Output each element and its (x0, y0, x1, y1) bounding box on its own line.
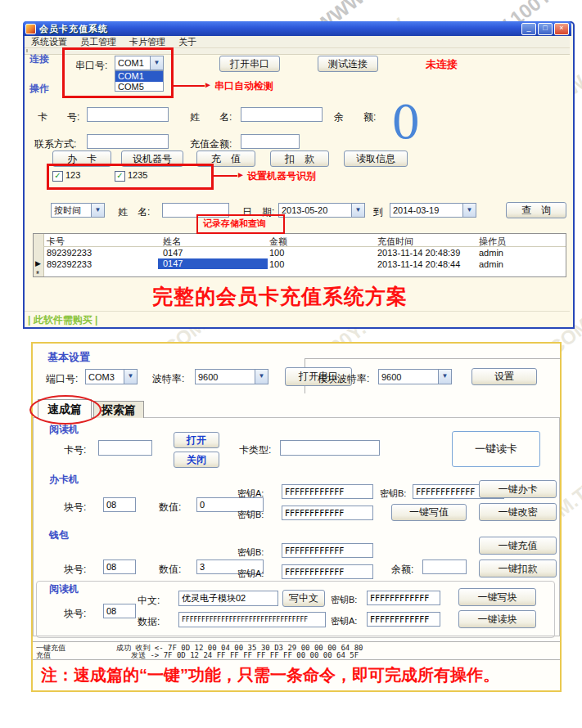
reader1-card-input[interactable] (98, 440, 152, 456)
chinese-input[interactable] (178, 591, 278, 606)
com-port-combobox[interactable]: COM1 ▼ (115, 56, 164, 70)
wallet-balance-input[interactable] (422, 559, 467, 574)
chinese-label: 中文: (138, 594, 160, 608)
port-combobox[interactable]: COM3 ▼ (85, 369, 138, 384)
query-button[interactable]: 查 询 (506, 202, 566, 218)
menu-card-management[interactable]: 卡片管理 (129, 36, 165, 48)
com-option-com5[interactable]: COM5 (115, 82, 163, 92)
one-key-write-value-button[interactable]: 一键写值 (391, 504, 467, 521)
reader2-block-input[interactable] (103, 604, 136, 618)
maker-keya-label: 密钥A: (237, 488, 264, 500)
reader2-keyb-label: 密钥B: (331, 594, 357, 606)
machine-checkbox-1235[interactable]: ✓ (115, 171, 125, 182)
date-to-label: 到 (373, 205, 383, 219)
maker-block-input[interactable] (103, 497, 136, 512)
one-key-write-block-button[interactable]: 一键写块 (458, 588, 536, 606)
card-type-input[interactable] (280, 440, 380, 456)
records-table[interactable]: 卡号 姓名 金额 充值时间 操作员 892392233 0147 100 201… (33, 233, 566, 277)
machine-checkbox-1235-label: 1235 (128, 170, 147, 180)
reader2-keyb-input[interactable] (367, 591, 440, 605)
query-mode-combobox[interactable]: 按时间 ▼ (51, 203, 105, 218)
data-label: 数据: (138, 615, 160, 629)
amount-input[interactable] (241, 134, 300, 149)
reader2-keya-label: 密钥A: (331, 615, 357, 627)
wallet-block-input[interactable] (103, 559, 136, 574)
one-key-recharge-button[interactable]: 一键充值 (479, 537, 557, 555)
selected-cell[interactable]: 0147 (158, 258, 268, 269)
menu-about[interactable]: 关于 (178, 36, 196, 48)
table-row[interactable]: 892392233 (47, 248, 92, 258)
tab-quick[interactable]: 速成篇 (38, 399, 92, 418)
name-input[interactable] (241, 107, 323, 122)
wallet-keya-input[interactable] (282, 564, 373, 579)
status-buy-note: | 此软件需购买 | (28, 313, 97, 327)
table-cell[interactable]: 0147 (163, 248, 183, 258)
date-from-picker[interactable]: 2013-05-20 ▼ (278, 203, 365, 218)
bottom-red-note: 注：速成篇的“一键”功能，只需一条命令，即可完成所有操作。 (41, 664, 499, 686)
annotation-machine-id: 设置机器号识别 (247, 169, 316, 183)
open-serial-button[interactable]: 打开串口 (219, 56, 280, 72)
red-headline: 完整的会员卡充值系统方案 (152, 283, 408, 310)
one-key-read-card-button[interactable]: 一键读卡 (452, 431, 540, 467)
reader2-title: 阅读机 (49, 582, 79, 596)
chevron-down-icon[interactable]: ▼ (150, 56, 163, 70)
table-cell[interactable]: 100 (269, 259, 284, 269)
maker-keyb2-label: 密钥B: (237, 509, 264, 521)
annotation-arrow-line (172, 85, 205, 87)
chevron-down-icon[interactable]: ▼ (255, 370, 268, 384)
test-connection-button[interactable]: 测试连接 (318, 56, 378, 72)
menu-staff-management[interactable]: 员工管理 (80, 36, 116, 48)
contact-input[interactable] (87, 134, 169, 149)
chevron-down-icon[interactable]: ▼ (351, 204, 364, 217)
module-baud-label: 模块波特率: (318, 372, 369, 386)
maker-keyb2-input[interactable] (282, 506, 373, 520)
read-info-button[interactable]: 读取信息 (344, 151, 408, 167)
data-input[interactable] (178, 612, 326, 627)
close-button-reader[interactable]: 关闭 (174, 452, 219, 468)
menu-system-settings[interactable]: 系统设置 (31, 36, 67, 48)
maximize-button[interactable]: □ (538, 23, 553, 35)
arrow-right-icon: ► (204, 80, 212, 89)
maker-keya-input[interactable] (282, 484, 373, 499)
minimize-button[interactable]: _ (521, 23, 536, 35)
one-key-read-block-button[interactable]: 一键读块 (458, 610, 536, 628)
one-key-make-card-button[interactable]: 一键办卡 (479, 480, 557, 498)
reader2-block-label: 块号: (64, 607, 86, 621)
open-button[interactable]: 打开 (174, 432, 219, 448)
reader2-keya-input[interactable] (367, 612, 440, 627)
chevron-down-icon[interactable]: ▼ (438, 370, 451, 384)
wallet-title: 钱包 (49, 528, 69, 542)
tab-explore[interactable]: 探索篇 (93, 401, 144, 418)
table-cell[interactable]: admin (479, 248, 503, 258)
date-to-picker[interactable]: 2014-03-19 ▼ (390, 203, 476, 218)
window-titlebar[interactable]: 会员卡充值系统 _ □ × (23, 21, 571, 36)
write-chinese-button[interactable]: 写中文 (282, 590, 325, 607)
table-cell[interactable]: 100 (269, 248, 284, 258)
com-option-com1[interactable]: COM1 (115, 71, 163, 82)
baud-combobox[interactable]: 9600 ▼ (195, 369, 268, 384)
wallet-keyb-input[interactable] (282, 543, 373, 558)
baud-value: 9600 (196, 372, 255, 382)
table-cell[interactable]: 2013-11-14 20:48:44 (377, 259, 460, 269)
make-card-button[interactable]: 办 卡 (52, 151, 111, 167)
machine-checkbox-123[interactable]: ✓ (52, 171, 63, 182)
chevron-down-icon[interactable]: ▼ (91, 204, 104, 217)
card-no-input[interactable] (87, 107, 169, 122)
reader1-title: 阅读机 (49, 423, 79, 437)
close-button[interactable]: × (554, 23, 569, 35)
query-name-input[interactable] (162, 203, 229, 218)
log-label-2: 充值 (36, 650, 51, 661)
recharge-button[interactable]: 充 值 (196, 151, 255, 167)
set-machine-no-button[interactable]: 设机器号 (121, 151, 183, 167)
chevron-down-icon[interactable]: ▼ (124, 370, 137, 384)
set-button[interactable]: 设置 (471, 368, 537, 385)
table-row[interactable]: 892392233 (47, 259, 92, 269)
deduct-button[interactable]: 扣 款 (270, 151, 329, 167)
wallet-value-label: 数值: (159, 563, 181, 577)
table-cell[interactable]: 2013-11-14 20:48:39 (377, 248, 460, 258)
one-key-change-key-button[interactable]: 一键改密 (479, 503, 557, 521)
module-baud-combobox[interactable]: 9600 ▼ (378, 369, 452, 384)
chevron-down-icon[interactable]: ▼ (462, 204, 476, 217)
one-key-deduct-button[interactable]: 一键扣款 (479, 559, 557, 577)
table-cell[interactable]: admin (479, 259, 503, 269)
